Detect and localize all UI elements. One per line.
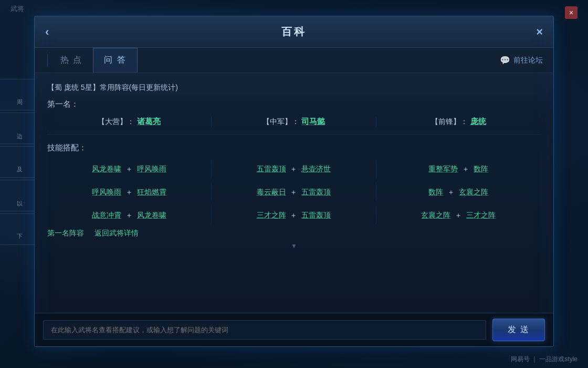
skill-name-1-1a[interactable]: 风龙卷啸 (92, 165, 121, 173)
send-button[interactable]: 发 送 (492, 319, 545, 341)
tab-separator (47, 54, 48, 67)
plus-3-2: ＋ (290, 211, 299, 219)
skill-name-3-3a[interactable]: 玄襄之阵 (421, 211, 450, 219)
skill-name-1-3a[interactable]: 重整军势 (428, 165, 458, 173)
formation-cell-qianfeng: 【前锋】： 庞统 (376, 117, 541, 127)
skill-name-2-2a[interactable]: 毒云蔽日 (257, 188, 286, 196)
formation-hero-0[interactable]: 诸葛亮 (137, 117, 161, 126)
skill-cell-2-1: 呼风唤雨 ＋ 狂焰燃霄 (47, 182, 212, 201)
forum-link[interactable]: 💬 前往论坛 (500, 55, 543, 65)
main-modal: ‹ 百科 × 热 点 问 答 💬 前往论坛 【蜀 庞统 5星】常用阵容(每日更新… (34, 16, 554, 347)
skill-combo-3-1: 战意冲霄 ＋ 风龙卷啸 (92, 211, 166, 219)
plus-1-1: ＋ (125, 165, 135, 173)
formation-row: 【大营】： 诸葛亮 【中军】： 司马懿 【前锋】： 庞统 (47, 117, 541, 135)
forum-link-label: 前往论坛 (513, 56, 543, 65)
modal-close-button[interactable]: × (536, 25, 543, 39)
modal-tabs: 热 点 问 答 💬 前往论坛 (35, 48, 553, 73)
modal-input-area: 发 送 (35, 313, 553, 346)
bottom-link-2[interactable]: 返回武将详情 (94, 229, 139, 238)
plus-2-3: ＋ (447, 188, 457, 196)
skill-cell-1-1: 风龙卷啸 ＋ 呼风唤雨 (47, 159, 212, 178)
formation-hero-1[interactable]: 司马懿 (301, 117, 325, 126)
skill-combo-2-2: 毒云蔽日 ＋ 五雷轰顶 (257, 188, 331, 196)
skill-cell-2-3: 数阵 ＋ 玄襄之阵 (376, 182, 541, 201)
sidebar-item-1[interactable]: 周 (0, 79, 39, 110)
window-title: 武将 (10, 5, 24, 13)
skill-cell-3-2: 三才之阵 ＋ 五雷轰顶 (212, 206, 376, 224)
skill-name-2-1a[interactable]: 呼风唤雨 (92, 188, 121, 196)
skill-cell-3-1: 战意冲霄 ＋ 风龙卷啸 (47, 206, 212, 224)
window-close-button[interactable]: × (565, 6, 578, 19)
formation-bracket-0: 【大营】： (98, 117, 134, 126)
skill-name-1-3b[interactable]: 数阵 (474, 165, 488, 173)
sidebar-item-4[interactable]: 以 (0, 180, 39, 211)
skill-name-3-2b[interactable]: 五雷轰顶 (301, 211, 331, 219)
skill-cell-1-3: 重整军势 ＋ 数阵 (376, 159, 541, 178)
watermark: 网易号 ｜ 一品游戏style (511, 355, 578, 364)
skill-name-1-2a[interactable]: 五雷轰顶 (257, 165, 286, 173)
skill-cell-3-3: 玄襄之阵 ＋ 三才之阵 (376, 206, 541, 224)
skill-cell-1-2: 五雷轰顶 ＋ 悬壶济世 (212, 159, 376, 178)
plus-2-2: ＋ (290, 188, 299, 196)
formation-cell-zhongjun: 【中军】： 司马懿 (212, 117, 376, 127)
skills-grid: 风龙卷啸 ＋ 呼风唤雨 五雷轰顶 ＋ 悬壶济世 重整军势 ＋ 数阵 (47, 159, 541, 224)
plus-3-1: ＋ (125, 211, 135, 219)
skill-combo-1-3: 重整军势 ＋ 数阵 (428, 165, 488, 173)
sidebar-item-3[interactable]: 及 (0, 146, 39, 178)
tab-hotspot[interactable]: 热 点 (50, 48, 93, 72)
bottom-link-1[interactable]: 第一名阵容 (47, 229, 84, 238)
plus-1-2: ＋ (290, 165, 299, 173)
skill-combo-3-3: 玄襄之阵 ＋ 三才之阵 (421, 211, 496, 219)
skill-combo-3-2: 三才之阵 ＋ 五雷轰顶 (257, 211, 331, 219)
sidebar-item-2[interactable]: 边 (0, 113, 39, 144)
skill-name-2-3b[interactable]: 玄襄之阵 (459, 188, 488, 196)
skill-combo-1-2: 五雷轰顶 ＋ 悬壶济世 (257, 165, 331, 173)
bottom-links: 第一名阵容 返回武将详情 (47, 224, 541, 240)
skill-name-2-2b[interactable]: 五雷轰顶 (301, 188, 331, 196)
skill-name-1-2b[interactable]: 悬壶济世 (301, 165, 331, 173)
formation-bracket-1: 【中军】： (262, 117, 299, 126)
skill-name-3-1b[interactable]: 风龙卷啸 (137, 211, 166, 219)
chat-input[interactable] (43, 320, 486, 340)
sidebar-item-5[interactable]: 下 (0, 213, 39, 245)
plus-3-3: ＋ (455, 211, 464, 219)
modal-content: 【蜀 庞统 5星】常用阵容(每日更新统计) 第一名： 【大营】： 诸葛亮 【中军… (35, 73, 553, 313)
skill-name-3-1a[interactable]: 战意冲霄 (92, 211, 121, 219)
formation-cell-daying: 【大营】： 诸葛亮 (47, 117, 212, 127)
modal-title: 百科 (281, 25, 307, 39)
skill-combo-1-1: 风龙卷啸 ＋ 呼风唤雨 (92, 165, 166, 173)
scroll-indicator: ▼ (47, 240, 541, 252)
plus-2-1: ＋ (125, 188, 135, 196)
forum-icon: 💬 (500, 55, 510, 65)
plus-1-3: ＋ (462, 165, 471, 173)
skills-label: 技能搭配： (47, 143, 541, 153)
skill-name-3-2a[interactable]: 三才之阵 (257, 211, 286, 219)
modal-back-button[interactable]: ‹ (45, 25, 49, 39)
formation-hero-2[interactable]: 庞统 (470, 117, 486, 126)
tab-qa[interactable]: 问 答 (93, 48, 137, 73)
left-sidebar: 周 边 及 以 下 (0, 79, 39, 245)
window-titlebar: 武将 (10, 4, 24, 14)
section-title: 【蜀 庞统 5星】常用阵容(每日更新统计) (47, 81, 541, 93)
modal-header: ‹ 百科 × (35, 16, 553, 48)
skill-combo-2-1: 呼风唤雨 ＋ 狂焰燃霄 (92, 188, 166, 196)
skill-name-2-1b[interactable]: 狂焰燃霄 (137, 188, 166, 196)
skill-name-2-3a[interactable]: 数阵 (428, 188, 443, 196)
skill-cell-2-2: 毒云蔽日 ＋ 五雷轰顶 (212, 182, 376, 201)
skill-name-1-1b[interactable]: 呼风唤雨 (137, 165, 166, 173)
skill-name-3-3b[interactable]: 三才之阵 (466, 211, 496, 219)
skill-combo-2-3: 数阵 ＋ 玄襄之阵 (428, 188, 488, 196)
rank-label: 第一名： (47, 99, 541, 109)
formation-bracket-2: 【前锋】： (431, 117, 468, 126)
